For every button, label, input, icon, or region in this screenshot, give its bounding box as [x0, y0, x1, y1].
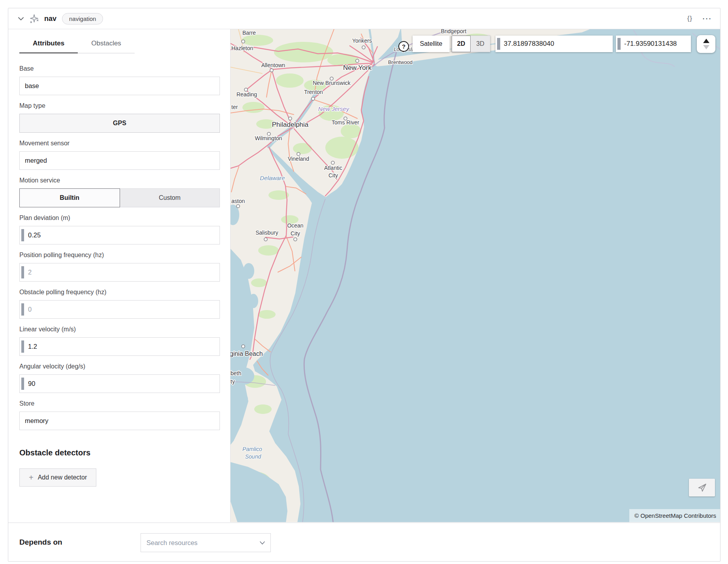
longitude-input[interactable] [616, 36, 691, 52]
navigation-arrow-icon [697, 483, 707, 493]
satellite-toggle-button[interactable]: Satellite [413, 36, 450, 52]
mode-3d-button[interactable]: 3D [471, 36, 490, 52]
map-label: Toms River [332, 119, 359, 126]
map-type-button[interactable]: GPS [19, 114, 220, 133]
map-label: Sound [245, 453, 262, 460]
obstacle-polling-frequency-label: Obstacle polling frequency (hz) [19, 289, 220, 296]
map-label: New Brunswick [313, 80, 351, 86]
view-mode-toggle: 2D 3D [452, 36, 490, 52]
plan-deviation-label: Plan deviation (m) [19, 214, 220, 222]
arrow-up-icon [703, 39, 709, 43]
obstacle-detectors-heading: Obstacle detectors [19, 448, 220, 457]
linear-velocity-field: Linear velocity (m/s) [19, 326, 220, 356]
map-label: Wilmington [255, 135, 282, 141]
overflow-menu-button[interactable]: ⋯ [702, 17, 711, 21]
chevron-down-icon [260, 539, 265, 546]
movement-sensor-input-box [19, 151, 220, 170]
map[interactable]: BarreHazletonBridgeportYonkersNew YorkLo… [230, 29, 720, 522]
map-type-field: Map typeGPS [19, 102, 220, 133]
resource-type-badge: navigation [62, 13, 103, 24]
tab-obstacles[interactable]: Obstacles [78, 39, 135, 53]
card-footer: Depends on Search resources [8, 523, 720, 561]
position-polling-frequency-field: Position polling frequency (hz) [19, 252, 220, 282]
map-attribution: © OpenStreetMap Contributors [629, 509, 720, 522]
map-label: aston [231, 198, 245, 204]
map-label: ter [231, 104, 238, 110]
card-body: Attributes Obstacles BaseMap typeGPSMove… [8, 29, 720, 523]
map-label: Brentwood [388, 59, 413, 65]
map-label: ginia Beach [231, 350, 263, 357]
map-label: City [291, 230, 300, 237]
plan-deviation-input-box [19, 226, 220, 244]
movement-sensor-input[interactable] [20, 152, 220, 169]
map-label: City [328, 172, 338, 179]
add-detector-button[interactable]: + Add new detector [19, 468, 96, 487]
town-marker [362, 46, 365, 49]
map-label: Reading [236, 91, 257, 98]
obstacle-polling-frequency-input[interactable] [20, 301, 220, 318]
depends-on-label: Depends on [19, 538, 62, 547]
town-marker [297, 152, 300, 156]
map-label: Yonkers [352, 38, 372, 44]
base-field: Base [19, 65, 220, 95]
store-input-box [19, 412, 220, 430]
resource-card: nav navigation {} ⋯ Attributes Obstacles… [8, 8, 720, 562]
add-detector-label: Add new detector [38, 474, 87, 481]
town-marker [294, 238, 297, 241]
zoom-stepper-button[interactable] [697, 35, 715, 53]
collapse-chevron-icon[interactable] [17, 15, 25, 23]
openstreetmap-canvas[interactable]: BarreHazletonBridgeportYonkersNew YorkLo… [231, 29, 720, 522]
attributes-form: BaseMap typeGPSMovement sensorMotion ser… [19, 65, 220, 430]
tab-attributes[interactable]: Attributes [19, 39, 78, 53]
linear-velocity-label: Linear velocity (m/s) [19, 326, 220, 333]
motion-service-option-builtin[interactable]: Builtin [19, 188, 120, 207]
town-marker [356, 59, 359, 62]
arrow-down-icon [703, 45, 709, 49]
town-marker [311, 97, 315, 100]
angular-velocity-field: Angular velocity (deg/s) [19, 363, 220, 393]
town-marker [331, 161, 334, 164]
raw-json-button[interactable]: {} [687, 15, 692, 23]
linear-velocity-input[interactable] [20, 338, 220, 355]
angular-velocity-label: Angular velocity (deg/s) [19, 363, 220, 370]
map-label: Atlantic [324, 165, 342, 171]
position-polling-frequency-label: Position polling frequency (hz) [19, 252, 220, 259]
navigation-service-icon [29, 13, 39, 24]
map-label: Trenton [304, 89, 323, 95]
store-field: Store [19, 400, 220, 430]
latitude-input[interactable] [495, 36, 613, 52]
plus-icon: + [29, 473, 34, 482]
obstacle-polling-frequency-field: Obstacle polling frequency (hz) [19, 289, 220, 319]
help-icon[interactable]: ? [398, 41, 409, 52]
map-type-label: Map type [19, 102, 220, 109]
map-label: Hazleton [231, 45, 253, 51]
plan-deviation-field: Plan deviation (m) [19, 214, 220, 244]
recenter-button[interactable] [689, 479, 715, 496]
angular-velocity-input[interactable] [20, 375, 220, 393]
base-label: Base [19, 65, 220, 72]
town-marker [242, 40, 245, 43]
mode-2d-button[interactable]: 2D [452, 36, 471, 52]
motion-service-field: Motion serviceBuiltinCustom [19, 177, 220, 207]
map-label: Ocean [287, 222, 303, 229]
tabs: Attributes Obstacles [19, 39, 220, 53]
config-panel: Attributes Obstacles BaseMap typeGPSMove… [8, 29, 230, 523]
map-label: Delaware [260, 175, 285, 181]
town-marker [236, 205, 240, 208]
map-label: Salisbury [255, 229, 278, 236]
store-label: Store [19, 400, 220, 407]
plan-deviation-input[interactable] [20, 226, 220, 244]
base-input[interactable] [20, 77, 220, 95]
position-polling-frequency-input-box [19, 263, 220, 282]
town-marker [242, 345, 245, 348]
map-label: Bridgeport [441, 29, 467, 34]
base-input-box [19, 77, 220, 95]
depends-on-select[interactable]: Search resources [141, 533, 271, 552]
town-marker [289, 117, 292, 120]
store-input[interactable] [20, 412, 220, 430]
motion-service-option-custom[interactable]: Custom [120, 188, 220, 207]
position-polling-frequency-input[interactable] [20, 263, 220, 281]
search-resources-placeholder: Search resources [146, 539, 197, 547]
map-label: Vineland [288, 156, 309, 162]
angular-velocity-input-box [19, 374, 220, 393]
